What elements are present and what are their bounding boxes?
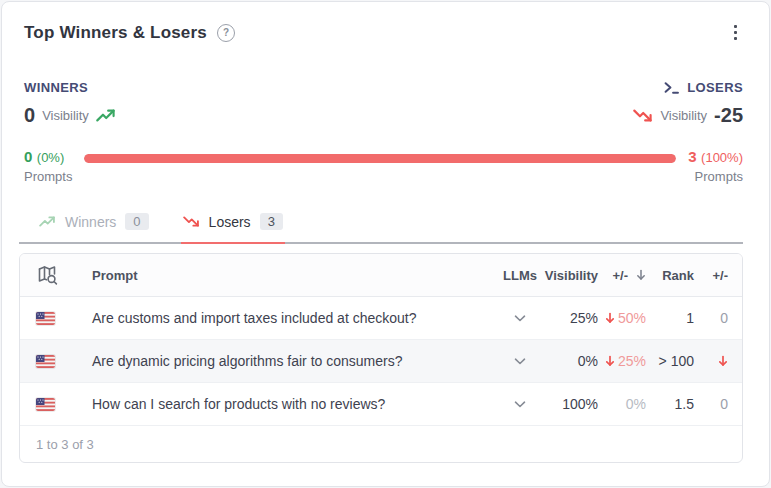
visibility-change: 0% xyxy=(598,396,646,412)
losers-prompts-count: 3 xyxy=(688,148,696,165)
us-flag-icon xyxy=(36,398,55,411)
us-flag-icon xyxy=(36,312,55,325)
chevron-down-icon[interactable] xyxy=(510,397,530,412)
prompt-text: Are dynamic pricing algorithms fair to c… xyxy=(76,353,498,369)
winners-prompts-count: 0 xyxy=(24,148,32,165)
tab-winners-count-badge: 0 xyxy=(125,213,148,230)
column-header-visibility: Visibility xyxy=(542,268,598,283)
winners-prompts-label: Prompts xyxy=(24,169,72,184)
tab-losers-count-badge: 3 xyxy=(260,213,283,230)
chevron-down-icon[interactable] xyxy=(510,354,530,369)
winners-prompts-percent: (0%) xyxy=(37,150,64,165)
column-header-prompt: Prompt xyxy=(76,268,498,283)
visibility-change-value: 50% xyxy=(618,310,646,326)
losers-summary: LOSERS Visibility -25 xyxy=(633,80,743,127)
page-title: Top Winners & Losers xyxy=(24,23,207,43)
column-header-rank-change: +/- xyxy=(694,268,728,283)
visibility-value: 100% xyxy=(542,396,598,412)
rank-change xyxy=(694,355,728,367)
visibility-change-value: 25% xyxy=(618,353,646,369)
prompt-text: Are customs and import taxes included at… xyxy=(76,310,498,326)
rank-value: > 100 xyxy=(646,353,694,369)
rank-change: 0 xyxy=(694,310,728,326)
winners-summary: WINNERS 0 Visibility xyxy=(24,80,116,127)
table-body: Are customs and import taxes included at… xyxy=(20,297,742,426)
table-row[interactable]: Are dynamic pricing algorithms fair to c… xyxy=(20,340,742,383)
table-row[interactable]: How can I search for products with no re… xyxy=(20,383,742,426)
us-flag-icon xyxy=(36,355,55,368)
rank-change-value: 0 xyxy=(720,396,728,412)
rank-value: 1 xyxy=(646,310,694,326)
losers-label: LOSERS xyxy=(687,80,743,95)
winners-visibility-value: 0 xyxy=(24,104,35,127)
widget-header: Top Winners & Losers ? xyxy=(2,2,769,44)
trend-down-icon xyxy=(183,216,200,227)
column-header-rank: Rank xyxy=(646,268,694,283)
table-header-row: Prompt LLMs Visibility +/- Rank +/- xyxy=(20,254,742,297)
winners-visibility-label: Visibility xyxy=(42,108,89,123)
losers-visibility-label: Visibility xyxy=(660,108,707,123)
arrow-down-icon xyxy=(605,312,615,324)
visibility-value: 25% xyxy=(542,310,598,326)
winners-prompts-stat: 0 (0%) Prompts xyxy=(24,148,72,184)
top-winners-losers-widget: Top Winners & Losers ? WINNERS 0 Visibil… xyxy=(1,1,770,487)
prompt-text: How can I search for products with no re… xyxy=(76,396,498,412)
visibility-change: 50% xyxy=(598,310,646,326)
pagination-summary: 1 to 3 of 3 xyxy=(20,426,742,462)
column-header-change: +/- xyxy=(598,268,646,283)
losers-prompts-stat: 3 (100%) Prompts xyxy=(688,148,743,184)
visibility-change-value: 0% xyxy=(626,396,646,412)
visibility-value: 0% xyxy=(542,353,598,369)
rank-value: 1.5 xyxy=(646,396,694,412)
change-header-label: +/- xyxy=(612,268,628,283)
tab-losers[interactable]: Losers 3 xyxy=(181,209,285,244)
losers-visibility-value: -25 xyxy=(714,104,743,127)
arrow-down-icon xyxy=(718,355,728,367)
tab-bar: Winners 0 Losers 3 xyxy=(19,209,743,244)
rank-change: 0 xyxy=(694,396,728,412)
summary-section: WINNERS 0 Visibility LOSERS xyxy=(2,44,769,127)
sort-desc-icon[interactable] xyxy=(636,269,646,281)
chevron-down-icon[interactable] xyxy=(510,311,530,326)
table-row[interactable]: Are customs and import taxes included at… xyxy=(20,297,742,340)
help-icon[interactable]: ? xyxy=(217,24,235,42)
kebab-menu-icon[interactable] xyxy=(728,21,743,44)
losers-prompts-percent: (100%) xyxy=(701,150,743,165)
prompts-table: Prompt LLMs Visibility +/- Rank +/- xyxy=(19,253,743,463)
rank-change-value: 0 xyxy=(720,310,728,326)
tab-winners-label: Winners xyxy=(65,214,116,230)
tab-losers-label: Losers xyxy=(209,214,251,230)
trend-down-icon xyxy=(633,109,653,122)
tab-winners[interactable]: Winners 0 xyxy=(37,209,151,244)
trend-up-icon xyxy=(96,109,116,122)
prompts-progress-bar xyxy=(84,154,676,163)
losers-prompts-label: Prompts xyxy=(688,169,743,184)
prompts-split-section: 0 (0%) Prompts 3 (100%) Prompts xyxy=(2,127,769,184)
losers-bar-segment xyxy=(84,154,676,163)
terminal-prompt-icon xyxy=(664,81,679,94)
column-header-llms: LLMs xyxy=(498,268,542,283)
visibility-change: 25% xyxy=(598,353,646,369)
winners-label: WINNERS xyxy=(24,80,116,95)
trend-up-icon xyxy=(39,216,56,227)
map-search-icon xyxy=(36,264,76,286)
arrow-down-icon xyxy=(605,355,615,367)
